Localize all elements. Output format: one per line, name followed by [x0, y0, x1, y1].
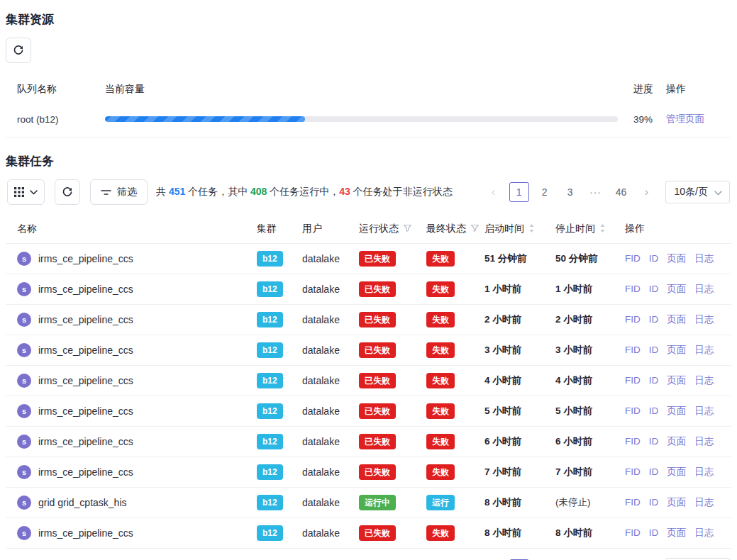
pagination-page-46[interactable]: 46 [611, 182, 631, 202]
op-fid-link[interactable]: FID [625, 375, 641, 386]
table-row: s irms_ce_pipeline_ccs b12 datalake 已失败 … [6, 305, 731, 335]
avatar: s [17, 465, 31, 479]
row-ops: FIDID页面日志 [625, 283, 731, 296]
op-fid-link[interactable]: FID [625, 314, 641, 325]
op-log-link[interactable]: 日志 [694, 527, 714, 538]
start-time: 3 小时前 [484, 344, 555, 357]
column-run-status: 运行状态 [359, 223, 399, 235]
table-row: s irms_ce_pipeline_ccs b12 datalake 已失败 … [6, 366, 731, 396]
manage-page-link[interactable]: 管理页面 [666, 113, 704, 124]
avatar: s [17, 374, 31, 388]
op-page-link[interactable]: 页面 [667, 314, 686, 325]
cluster-badge: b12 [257, 525, 283, 541]
page-size-value: 10条/页 [675, 186, 708, 198]
op-log-link[interactable]: 日志 [694, 436, 714, 447]
op-log-link[interactable]: 日志 [694, 497, 714, 508]
pagination-page-2[interactable]: 2 [535, 182, 555, 202]
pagination-ellipsis[interactable]: ··· [586, 182, 606, 202]
resources-refresh-button[interactable] [6, 38, 31, 63]
pagination-page-1[interactable]: 1 [509, 182, 529, 202]
tasks-summary: 共 451 个任务，其中 408 个任务运行中，43 个任务处于非运行状态 [156, 186, 453, 198]
task-user: datalake [302, 466, 359, 478]
op-log-link[interactable]: 日志 [694, 253, 714, 264]
count-red: 43 [339, 186, 350, 197]
avatar: s [17, 435, 31, 449]
op-log-link[interactable]: 日志 [694, 375, 714, 386]
op-id-link[interactable]: ID [649, 345, 659, 355]
op-page-link[interactable]: 页面 [667, 345, 686, 355]
op-page-link[interactable]: 页面 [667, 527, 686, 538]
table-row: s irms_ce_pipeline_ccs b12 datalake 已失败 … [6, 427, 731, 457]
op-page-link[interactable]: 页面 [667, 284, 686, 294]
start-time: 6 小时前 [484, 435, 555, 448]
stop-time: 3 小时前 [555, 344, 625, 357]
op-fid-link[interactable]: FID [625, 284, 641, 294]
op-log-link[interactable]: 日志 [694, 466, 714, 477]
op-id-link[interactable]: ID [649, 253, 659, 264]
start-time-sorter-icon[interactable] [528, 223, 535, 235]
final-status-badge: 失败 [426, 281, 455, 297]
task-user: datalake [302, 345, 359, 356]
op-fid-link[interactable]: FID [625, 253, 641, 264]
op-fid-link[interactable]: FID [625, 497, 641, 508]
op-fid-link[interactable]: FID [625, 466, 641, 477]
start-time: 5 小时前 [484, 405, 555, 418]
op-id-link[interactable]: ID [649, 314, 659, 325]
pagination-next[interactable]: › [637, 182, 657, 202]
start-time: 2 小时前 [484, 313, 555, 326]
task-user: datalake [302, 314, 359, 325]
op-page-link[interactable]: 页面 [667, 466, 686, 477]
tasks-refresh-button[interactable] [55, 179, 80, 205]
cluster-badge: b12 [257, 434, 283, 449]
op-fid-link[interactable]: FID [625, 345, 641, 355]
row-ops: FIDID页面日志 [625, 405, 731, 418]
task-name: irms_ce_pipeline_ccs [38, 527, 133, 539]
refresh-icon [13, 45, 24, 56]
op-fid-link[interactable]: FID [625, 436, 641, 447]
table-row: s irms_ce_pipeline_ccs b12 datalake 已失败 … [6, 244, 731, 274]
stop-time-sorter-icon[interactable] [599, 223, 606, 235]
tasks-toolbar: 筛选 共 451 个任务，其中 408 个任务运行中，43 个任务处于非运行状态… [7, 179, 730, 205]
row-ops: FIDID页面日志 [625, 344, 731, 357]
column-progress: 进度 [619, 83, 666, 96]
op-page-link[interactable]: 页面 [667, 405, 686, 416]
pagination-prev[interactable]: ‹ [484, 182, 504, 202]
column-name: 名称 [6, 223, 257, 235]
stop-time: (未停止) [555, 496, 625, 509]
run-status-badge: 已失败 [359, 281, 396, 297]
op-fid-link[interactable]: FID [625, 527, 641, 538]
filter-button[interactable]: 筛选 [90, 179, 148, 205]
columns-menu-button[interactable] [7, 179, 45, 205]
column-queue-name: 队列名称 [6, 83, 105, 96]
resources-table-header: 队列名称 当前容量 进度 操作 [6, 74, 731, 103]
task-name: irms_ce_pipeline_ccs [38, 466, 133, 478]
pagination-page-3[interactable]: 3 [560, 182, 580, 202]
op-id-link[interactable]: ID [649, 375, 659, 386]
task-name: grid grid_cptask_his [38, 497, 127, 508]
final-status-filter-icon[interactable] [470, 223, 480, 235]
summary-text: 共 [156, 186, 169, 197]
op-id-link[interactable]: ID [649, 466, 659, 477]
row-ops: FIDID页面日志 [625, 252, 731, 265]
avatar: s [17, 313, 31, 327]
op-page-link[interactable]: 页面 [667, 375, 686, 386]
op-log-link[interactable]: 日志 [694, 345, 714, 355]
op-id-link[interactable]: ID [649, 405, 659, 416]
start-time: 51 分钟前 [484, 252, 555, 265]
op-id-link[interactable]: ID [649, 436, 659, 447]
row-ops: FIDID页面日志 [625, 527, 731, 539]
op-id-link[interactable]: ID [649, 527, 659, 538]
op-log-link[interactable]: 日志 [694, 405, 714, 416]
run-status-filter-icon[interactable] [403, 223, 412, 235]
op-fid-link[interactable]: FID [625, 405, 641, 416]
op-id-link[interactable]: ID [649, 497, 659, 508]
cluster-badge: b12 [257, 495, 283, 510]
op-page-link[interactable]: 页面 [667, 497, 686, 508]
grid-icon [14, 187, 24, 197]
op-page-link[interactable]: 页面 [667, 436, 686, 447]
op-page-link[interactable]: 页面 [667, 253, 686, 264]
op-id-link[interactable]: ID [649, 284, 659, 294]
op-log-link[interactable]: 日志 [694, 284, 714, 294]
op-log-link[interactable]: 日志 [694, 314, 714, 325]
page-size-select[interactable]: 10条/页 [665, 181, 730, 203]
